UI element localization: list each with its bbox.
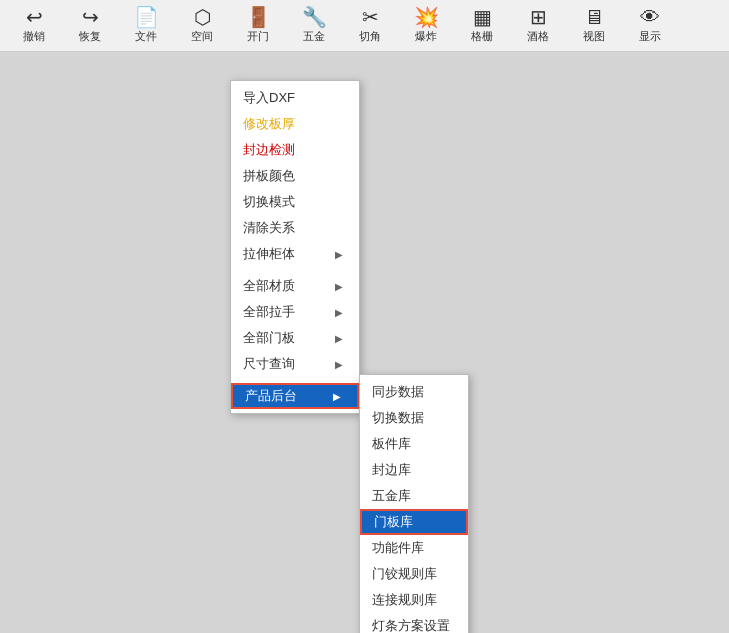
submenu: 同步数据切换数据板件库封边库五金库门板库功能件库门铰规则库连接规则库灯条方案设置 xyxy=(359,374,469,633)
menu-label-清除关系: 清除关系 xyxy=(243,219,295,237)
submenu-item-五金库[interactable]: 五金库 xyxy=(360,483,468,509)
chevron-right-icon: ▶ xyxy=(333,391,341,402)
submenu-item-封边库[interactable]: 封边库 xyxy=(360,457,468,483)
menu-item-拼板颜色[interactable]: 拼板颜色 xyxy=(231,163,359,189)
toolbar-icon-切角: ✂ xyxy=(362,7,379,27)
submenu-label-板件库: 板件库 xyxy=(372,435,411,453)
menu-label-修改板厚: 修改板厚 xyxy=(243,115,295,133)
toolbar-item-文件[interactable]: 📄文件 xyxy=(120,3,172,49)
submenu-label-连接规则库: 连接规则库 xyxy=(372,591,437,609)
toolbar-icon-开门: 🚪 xyxy=(246,7,271,27)
menu-label-切换模式: 切换模式 xyxy=(243,193,295,211)
toolbar-item-五金[interactable]: 🔧五金 xyxy=(288,3,340,49)
menu-label-封边检测: 封边检测 xyxy=(243,141,295,159)
context-menu: 导入DXF修改板厚封边检测拼板颜色切换模式清除关系拉伸柜体▶全部材质▶全部拉手▶… xyxy=(230,80,360,414)
submenu-item-板件库[interactable]: 板件库 xyxy=(360,431,468,457)
menu-label-导入DXF: 导入DXF xyxy=(243,89,295,107)
menu-item-全部材质[interactable]: 全部材质▶ xyxy=(231,273,359,299)
toolbar-item-视图[interactable]: 🖥视图 xyxy=(568,3,620,49)
submenu-item-门铰规则库[interactable]: 门铰规则库 xyxy=(360,561,468,587)
menu-item-封边检测[interactable]: 封边检测 xyxy=(231,137,359,163)
toolbar-label-恢复: 恢复 xyxy=(79,29,101,44)
toolbar-item-开门[interactable]: 🚪开门 xyxy=(232,3,284,49)
toolbar-label-视图: 视图 xyxy=(583,29,605,44)
toolbar-icon-空间: ⬡ xyxy=(194,7,211,27)
submenu-label-五金库: 五金库 xyxy=(372,487,411,505)
submenu-label-灯条方案设置: 灯条方案设置 xyxy=(372,617,450,633)
toolbar-icon-格栅: ▦ xyxy=(473,7,492,27)
toolbar-icon-显示: 👁 xyxy=(640,7,660,27)
toolbar: ↩撤销↪恢复📄文件⬡空间🚪开门🔧五金✂切角💥爆炸▦格栅⊞酒格🖥视图👁显示 xyxy=(0,0,729,52)
menu-item-导入DXF[interactable]: 导入DXF xyxy=(231,85,359,111)
toolbar-item-酒格[interactable]: ⊞酒格 xyxy=(512,3,564,49)
chevron-right-icon: ▶ xyxy=(335,281,343,292)
toolbar-icon-酒格: ⊞ xyxy=(530,7,547,27)
toolbar-label-格栅: 格栅 xyxy=(471,29,493,44)
toolbar-item-切角[interactable]: ✂切角 xyxy=(344,3,396,49)
menu-label-拉伸柜体: 拉伸柜体 xyxy=(243,245,295,263)
submenu-label-功能件库: 功能件库 xyxy=(372,539,424,557)
toolbar-item-爆炸[interactable]: 💥爆炸 xyxy=(400,3,452,49)
submenu-label-封边库: 封边库 xyxy=(372,461,411,479)
menu-label-全部材质: 全部材质 xyxy=(243,277,295,295)
menu-item-尺寸查询[interactable]: 尺寸查询▶ xyxy=(231,351,359,377)
menu-label-全部门板: 全部门板 xyxy=(243,329,295,347)
toolbar-item-撤销[interactable]: ↩撤销 xyxy=(8,3,60,49)
menu-item-拉伸柜体[interactable]: 拉伸柜体▶ xyxy=(231,241,359,267)
menu-item-修改板厚[interactable]: 修改板厚 xyxy=(231,111,359,137)
toolbar-item-显示[interactable]: 👁显示 xyxy=(624,3,676,49)
toolbar-icon-视图: 🖥 xyxy=(584,7,604,27)
menu-item-全部拉手[interactable]: 全部拉手▶ xyxy=(231,299,359,325)
toolbar-label-切角: 切角 xyxy=(359,29,381,44)
toolbar-label-爆炸: 爆炸 xyxy=(415,29,437,44)
chevron-right-icon: ▶ xyxy=(335,359,343,370)
toolbar-label-显示: 显示 xyxy=(639,29,661,44)
toolbar-icon-撤销: ↩ xyxy=(26,7,43,27)
submenu-item-功能件库[interactable]: 功能件库 xyxy=(360,535,468,561)
submenu-label-同步数据: 同步数据 xyxy=(372,383,424,401)
submenu-item-门板库[interactable]: 门板库 xyxy=(360,509,468,535)
toolbar-item-空间[interactable]: ⬡空间 xyxy=(176,3,228,49)
toolbar-icon-五金: 🔧 xyxy=(302,7,327,27)
submenu-item-切换数据[interactable]: 切换数据 xyxy=(360,405,468,431)
toolbar-icon-爆炸: 💥 xyxy=(414,7,439,27)
chevron-right-icon: ▶ xyxy=(335,333,343,344)
menu-item-切换模式[interactable]: 切换模式 xyxy=(231,189,359,215)
toolbar-label-五金: 五金 xyxy=(303,29,325,44)
submenu-item-连接规则库[interactable]: 连接规则库 xyxy=(360,587,468,613)
submenu-label-门板库: 门板库 xyxy=(374,513,413,531)
chevron-right-icon: ▶ xyxy=(335,307,343,318)
menu-item-清除关系[interactable]: 清除关系 xyxy=(231,215,359,241)
menu-label-拼板颜色: 拼板颜色 xyxy=(243,167,295,185)
toolbar-icon-文件: 📄 xyxy=(134,7,159,27)
submenu-label-切换数据: 切换数据 xyxy=(372,409,424,427)
toolbar-item-格栅[interactable]: ▦格栅 xyxy=(456,3,508,49)
menu-label-产品后台: 产品后台 xyxy=(245,387,297,405)
toolbar-item-恢复[interactable]: ↪恢复 xyxy=(64,3,116,49)
menu-item-产品后台[interactable]: 产品后台▶ xyxy=(231,383,359,409)
toolbar-label-撤销: 撤销 xyxy=(23,29,45,44)
menu-item-全部门板[interactable]: 全部门板▶ xyxy=(231,325,359,351)
toolbar-label-文件: 文件 xyxy=(135,29,157,44)
toolbar-label-酒格: 酒格 xyxy=(527,29,549,44)
submenu-item-同步数据[interactable]: 同步数据 xyxy=(360,379,468,405)
toolbar-label-空间: 空间 xyxy=(191,29,213,44)
menu-label-全部拉手: 全部拉手 xyxy=(243,303,295,321)
menu-label-尺寸查询: 尺寸查询 xyxy=(243,355,295,373)
toolbar-label-开门: 开门 xyxy=(247,29,269,44)
submenu-item-灯条方案设置[interactable]: 灯条方案设置 xyxy=(360,613,468,633)
chevron-right-icon: ▶ xyxy=(335,249,343,260)
submenu-label-门铰规则库: 门铰规则库 xyxy=(372,565,437,583)
toolbar-icon-恢复: ↪ xyxy=(82,7,99,27)
